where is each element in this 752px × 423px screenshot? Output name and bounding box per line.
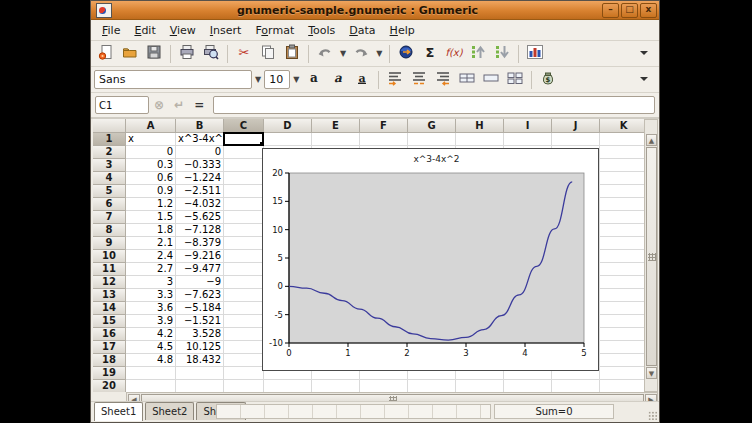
cell-B14[interactable]: −5.184 [176,302,224,315]
cell-D20[interactable] [264,380,312,392]
scroll-up-icon[interactable]: ▲ [646,134,657,146]
cell-B5[interactable]: −2.511 [176,185,224,198]
cell-G20[interactable] [408,380,456,392]
cell-C17[interactable] [224,341,264,354]
cell-B8[interactable]: −7.128 [176,224,224,237]
cell-C4[interactable] [224,172,264,185]
cell-F1[interactable] [360,133,408,146]
undo-button[interactable] [313,43,337,65]
column-header-G[interactable]: G [408,119,456,133]
cell-A11[interactable]: 2.7 [126,263,176,276]
italic-button[interactable]: a [326,69,350,91]
cell-A19[interactable] [126,367,176,380]
font-name-dropdown-icon[interactable]: ▼ [252,75,264,84]
cell-J20[interactable] [552,380,600,392]
cell-C12[interactable] [224,276,264,289]
font-size-dropdown-icon[interactable]: ▼ [290,75,302,84]
cell-A9[interactable]: 2.1 [126,237,176,250]
menu-view[interactable]: View [163,22,203,39]
font-name-select[interactable]: Sans [94,70,252,89]
cell-K2[interactable] [600,146,644,159]
maximize-button[interactable]: □ [621,3,638,18]
cancel-icon[interactable]: ⊗ [154,98,164,112]
column-header-D[interactable]: D [264,119,312,133]
cell-K18[interactable] [600,354,644,367]
cell-K15[interactable] [600,315,644,328]
cell-B2[interactable]: 0 [176,146,224,159]
cell-C2[interactable] [224,146,264,159]
row-header-19[interactable]: 19 [93,367,126,380]
cell-I20[interactable] [504,380,552,392]
menu-insert[interactable]: Insert [203,22,249,39]
cell-K7[interactable] [600,211,644,224]
close-button[interactable]: x [640,3,657,18]
cell-K8[interactable] [600,224,644,237]
cell-A12[interactable]: 3 [126,276,176,289]
cell-K14[interactable] [600,302,644,315]
menu-data[interactable]: Data [342,22,382,39]
row-header-8[interactable]: 8 [93,224,126,237]
menu-help[interactable]: Help [383,22,422,39]
cell-A3[interactable]: 0.3 [126,159,176,172]
cell-C19[interactable] [224,367,264,380]
hyperlink-globe-button[interactable] [394,43,418,65]
cell-A13[interactable]: 3.3 [126,289,176,302]
cell-C16[interactable] [224,328,264,341]
insert-chart-button[interactable] [523,43,547,65]
menu-format[interactable]: Format [248,22,301,39]
column-header-H[interactable]: H [456,119,504,133]
copy-button[interactable] [256,43,280,65]
column-header-J[interactable]: J [552,119,600,133]
cell-C13[interactable] [224,289,264,302]
cell-A18[interactable]: 4.8 [126,354,176,367]
row-header-10[interactable]: 10 [93,250,126,263]
cell-A2[interactable]: 0 [126,146,176,159]
cell-C7[interactable] [224,211,264,224]
align-right-button[interactable] [431,69,455,91]
cell-C18[interactable] [224,354,264,367]
cell-C6[interactable] [224,198,264,211]
cell-F20[interactable] [360,380,408,392]
active-cell-selection[interactable] [223,132,264,146]
menu-edit[interactable]: Edit [127,22,162,39]
cell-B7[interactable]: −5.625 [176,211,224,224]
cell-A7[interactable]: 1.5 [126,211,176,224]
cell-B18[interactable]: 18.432 [176,354,224,367]
cell-B3[interactable]: −0.333 [176,159,224,172]
cell-H1[interactable] [456,133,504,146]
column-header-I[interactable]: I [504,119,552,133]
cell-A15[interactable]: 3.9 [126,315,176,328]
cell-B4[interactable]: −1.224 [176,172,224,185]
cell-K13[interactable] [600,289,644,302]
new-file-button[interactable] [94,43,118,65]
row-header-7[interactable]: 7 [93,211,126,224]
vertical-scroll-thumb[interactable] [646,147,657,366]
cut-button[interactable]: ✂ [232,43,256,65]
cell-A6[interactable]: 1.2 [126,198,176,211]
row-header-20[interactable]: 20 [93,380,126,392]
cell-B11[interactable]: −9.477 [176,263,224,276]
embedded-chart[interactable]: x^3-4x^2-10-505101520012345 [262,148,599,371]
print-preview-button[interactable] [199,43,223,65]
cell-C9[interactable] [224,237,264,250]
cell-reference-box[interactable]: C1 [95,96,149,114]
row-header-14[interactable]: 14 [93,302,126,315]
cell-K20[interactable] [600,380,644,392]
sort-ascending-button[interactable] [466,43,490,65]
print-button[interactable] [175,43,199,65]
font-size-select[interactable]: 10 [264,70,290,89]
row-header-17[interactable]: 17 [93,341,126,354]
cell-K5[interactable] [600,185,644,198]
cell-C14[interactable] [224,302,264,315]
minimize-button[interactable]: – [602,3,619,18]
vertical-scrollbar[interactable]: ▲ ▼ [644,119,658,392]
cell-I1[interactable] [504,133,552,146]
menu-file[interactable]: File [95,22,127,39]
cell-K11[interactable] [600,263,644,276]
paste-button[interactable] [280,43,304,65]
menu-tools[interactable]: Tools [301,22,342,39]
cell-H20[interactable] [456,380,504,392]
row-header-2[interactable]: 2 [93,146,126,159]
cell-B6[interactable]: −4.032 [176,198,224,211]
scroll-down-icon[interactable]: ▼ [646,367,657,379]
